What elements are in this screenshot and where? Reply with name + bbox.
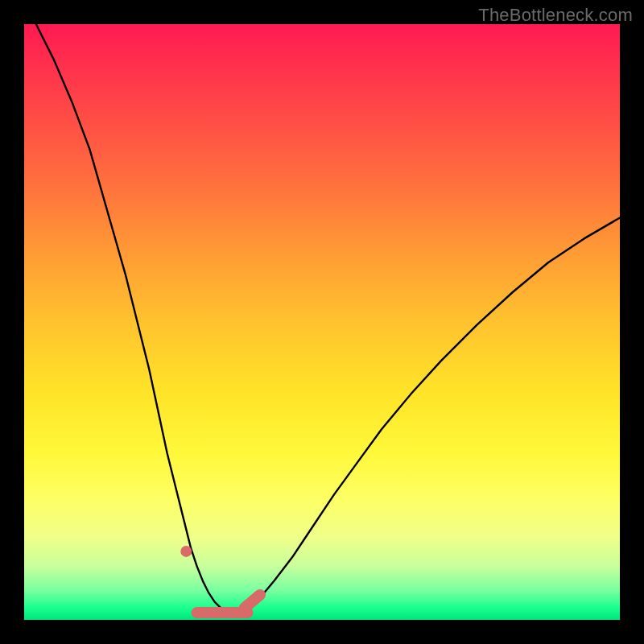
- optimal-right-arm-marker: [245, 595, 260, 608]
- watermark-text: TheBottleneck.com: [478, 5, 633, 26]
- chart-svg: [24, 24, 620, 620]
- chart-frame: [24, 24, 620, 620]
- bottleneck-curve: [36, 24, 620, 613]
- optimal-dot-left: [180, 546, 192, 557]
